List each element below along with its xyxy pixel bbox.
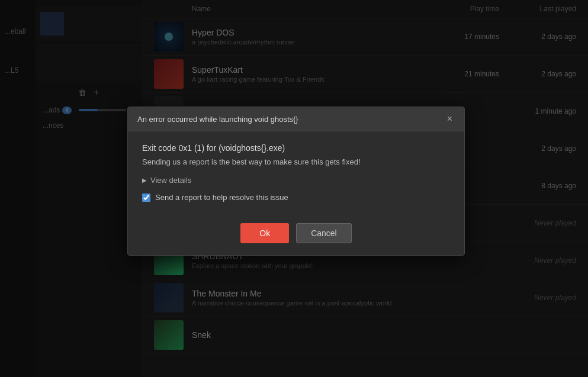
dialog-body: Exit code 0x1 (1) for (voidghosts{}.exe)… bbox=[128, 131, 464, 214]
send-report-label: Send a report to help resolve this issue bbox=[155, 193, 288, 202]
dialog-footer: Ok Cancel bbox=[128, 214, 464, 255]
ok-button[interactable]: Ok bbox=[240, 223, 289, 243]
dialog-header: An error occurred while launching void g… bbox=[128, 107, 464, 131]
dialog-overlay: An error occurred while launching void g… bbox=[0, 0, 588, 377]
cancel-button[interactable]: Cancel bbox=[296, 223, 352, 243]
dialog-close-button[interactable]: × bbox=[445, 114, 455, 124]
view-details-label: View details bbox=[150, 176, 191, 185]
send-report-row: Send a report to help resolve this issue bbox=[142, 193, 450, 202]
view-details-toggle[interactable]: ▶ View details bbox=[142, 176, 450, 185]
send-report-checkbox[interactable] bbox=[142, 194, 150, 202]
error-suggestion-text: Sending us a report is the best way to m… bbox=[142, 157, 450, 166]
error-code-text: Exit code 0x1 (1) for (voidghosts{}.exe) bbox=[142, 143, 450, 153]
triangle-icon: ▶ bbox=[142, 177, 147, 183]
error-dialog: An error occurred while launching void g… bbox=[127, 107, 465, 256]
dialog-title: An error occurred while launching void g… bbox=[137, 115, 298, 124]
